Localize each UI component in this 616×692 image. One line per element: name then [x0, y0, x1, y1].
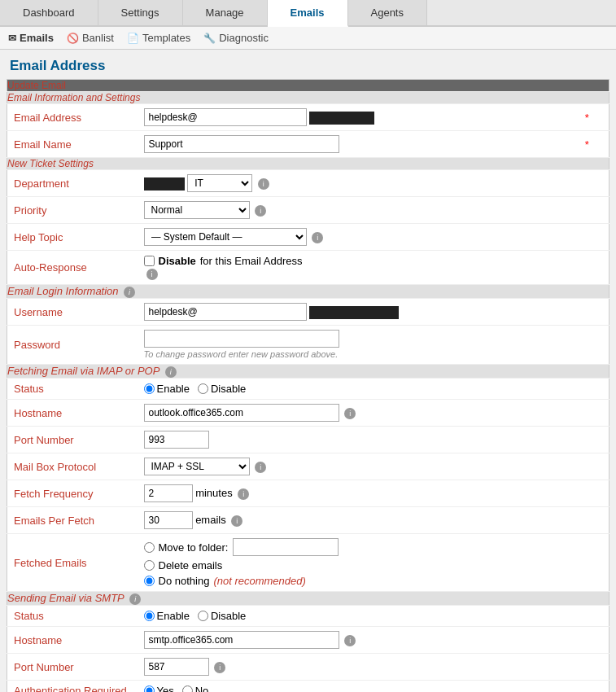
subnav-banlist-label: Banlist: [82, 32, 114, 44]
fetch-frequency-unit: minutes: [195, 487, 233, 499]
auto-response-info-icon[interactable]: i: [146, 269, 158, 280]
cell-imap-hostname: i: [138, 400, 575, 427]
fetching-label: Fetching Email via IMAP or POP: [7, 365, 159, 377]
fetched-nothing-label[interactable]: Do nothing (not recommended): [144, 575, 569, 587]
fetched-delete-label[interactable]: Delete emails: [144, 559, 569, 572]
cell-fetch-status: Enable Disable: [138, 379, 575, 400]
subsection-fetching-email: Fetching Email via IMAP or POP i: [7, 365, 609, 379]
row-password: Password To change password enter new pa…: [7, 326, 609, 365]
subsection-sending-email: Sending Email via SMTP i: [7, 592, 609, 606]
fetched-move-folder-input[interactable]: [233, 538, 339, 556]
required-star-name: *: [585, 138, 589, 151]
subnav-banlist[interactable]: 🚫 Banlist: [67, 32, 114, 44]
auth-yes-label[interactable]: Yes: [144, 685, 174, 692]
label-help-topic: Help Topic: [7, 224, 138, 251]
row-username: Username: [7, 299, 609, 326]
subnav-templates[interactable]: 📄 Templates: [127, 32, 190, 44]
auth-yes-radio[interactable]: [144, 685, 155, 692]
emails-per-fetch-input[interactable]: [144, 511, 193, 529]
email-login-label: Email Login Information: [7, 285, 119, 297]
imap-port-input[interactable]: [144, 431, 209, 449]
row-imap-port: Port Number: [7, 427, 609, 453]
smtp-hostname-info-icon[interactable]: i: [344, 635, 356, 646]
smtp-port-info-icon[interactable]: i: [214, 662, 225, 673]
diagnostic-icon: 🔧: [203, 33, 216, 44]
username-input[interactable]: [144, 303, 307, 321]
subnav-emails[interactable]: ✉ Emails: [8, 32, 54, 44]
priority-info-icon[interactable]: i: [255, 205, 266, 217]
password-input[interactable]: [144, 330, 339, 348]
row-help-topic: Help Topic — System Default — i: [7, 224, 609, 251]
emails-per-fetch-info-icon[interactable]: i: [231, 515, 242, 527]
imap-hostname-info-icon[interactable]: i: [344, 408, 356, 419]
label-department: Department: [7, 170, 138, 197]
tab-agents[interactable]: Agents: [348, 0, 427, 25]
help-topic-select[interactable]: — System Default —: [144, 228, 307, 246]
tab-dashboard[interactable]: Dashboard: [0, 0, 98, 25]
tab-manage[interactable]: Manage: [183, 0, 268, 25]
label-fetched-emails: Fetched Emails: [7, 534, 138, 592]
subnav-diagnostic[interactable]: 🔧 Diagnostic: [203, 32, 269, 44]
email-address-input[interactable]: [144, 108, 307, 126]
label-fetch-frequency: Fetch Frequency: [7, 480, 138, 507]
cell-email-name: [138, 131, 575, 158]
mailbox-protocol-info-icon[interactable]: i: [255, 462, 266, 473]
auto-response-checkbox[interactable]: [144, 256, 155, 266]
label-mailbox-protocol: Mail Box Protocol: [7, 453, 138, 480]
priority-select[interactable]: Normal Low High Critical: [144, 201, 250, 219]
email-name-input[interactable]: [144, 135, 339, 153]
smtp-enable-radio[interactable]: [144, 611, 155, 621]
fetched-move-text: Move to folder:: [159, 541, 229, 554]
subsection-email-info: Email Information and Settings: [7, 92, 609, 104]
top-navigation: Dashboard Settings Manage Emails Agents: [0, 0, 616, 27]
smtp-disable-radio[interactable]: [198, 611, 208, 621]
fetching-info-icon[interactable]: i: [165, 366, 177, 378]
row-smtp-status: Status Enable Disable: [7, 606, 609, 627]
smtp-port-input[interactable]: [144, 658, 209, 676]
auto-response-checkbox-label[interactable]: Disable for this Email Address: [144, 255, 569, 267]
email-login-info-icon[interactable]: i: [124, 287, 135, 298]
fetch-frequency-info-icon[interactable]: i: [238, 488, 249, 500]
fetch-disable-radio[interactable]: [198, 383, 208, 394]
tab-emails[interactable]: Emails: [268, 0, 348, 27]
imap-hostname-input[interactable]: [144, 404, 339, 422]
sending-label: Sending Email via SMTP: [7, 592, 125, 604]
row-emails-per-fetch: Emails Per Fetch emails i: [7, 507, 609, 534]
fetched-nothing-radio[interactable]: [144, 576, 155, 586]
row-department: Department IT i: [7, 170, 609, 197]
fetched-delete-radio[interactable]: [144, 560, 155, 571]
smtp-disable-label[interactable]: Disable: [198, 610, 246, 622]
cell-fetched-emails: Move to folder: Delete emails Do nothing…: [138, 534, 575, 592]
fetch-enable-radio[interactable]: [144, 383, 155, 394]
page-title: Email Address: [0, 50, 616, 79]
help-topic-info-icon[interactable]: i: [312, 232, 323, 243]
fetched-nothing-text: Do nothing: [159, 575, 210, 587]
smtp-enable-label[interactable]: Enable: [144, 610, 190, 622]
auth-no-radio[interactable]: [182, 685, 193, 692]
row-auth-required: Authentication Required Yes No: [7, 681, 609, 693]
label-smtp-hostname: Hostname: [7, 627, 138, 654]
cell-fetch-frequency: minutes i: [138, 480, 575, 507]
sending-info-icon[interactable]: i: [129, 593, 141, 605]
subnav-templates-label: Templates: [142, 32, 190, 44]
fetched-emails-options: Move to folder: Delete emails Do nothing…: [144, 538, 569, 587]
mailbox-protocol-select[interactable]: IMAP + SSL IMAP POP3: [144, 458, 250, 475]
email-form: Update Email Email Information and Setti…: [7, 79, 609, 692]
department-select[interactable]: IT: [187, 174, 252, 192]
cell-imap-port: [138, 427, 575, 453]
auth-no-label[interactable]: No: [182, 685, 209, 692]
row-imap-hostname: Hostname i: [7, 400, 609, 427]
department-info-icon[interactable]: i: [258, 178, 269, 190]
row-fetch-frequency: Fetch Frequency minutes i: [7, 480, 609, 507]
fetched-move-radio[interactable]: [144, 542, 155, 553]
fetch-frequency-input[interactable]: [144, 484, 193, 502]
fetch-enable-label[interactable]: Enable: [144, 383, 190, 395]
required-star: *: [585, 112, 589, 124]
cell-mailbox-protocol: IMAP + SSL IMAP POP3 i: [138, 453, 575, 480]
row-email-name: Email Name *: [7, 131, 609, 158]
smtp-hostname-input[interactable]: [144, 631, 339, 649]
tab-settings[interactable]: Settings: [98, 0, 183, 25]
cell-password: To change password enter new password ab…: [138, 326, 575, 365]
fetch-disable-label[interactable]: Disable: [198, 383, 246, 395]
fetched-move-label[interactable]: Move to folder:: [144, 538, 569, 556]
